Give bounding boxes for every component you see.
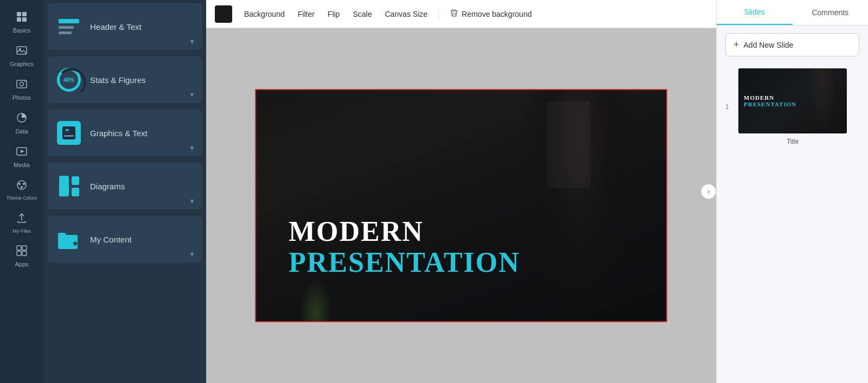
svg-marker-11 <box>21 150 24 153</box>
right-panel: Slides Comments + Add New Slide 1 MODERN… <box>716 0 868 383</box>
slide-thumb-label-1: Title <box>738 138 847 145</box>
sidebar-item-label-graphics: Graphics <box>10 61 34 67</box>
chevron-down-icon: ▼ <box>189 38 195 46</box>
slides-list: 1 MODERN PRESENTATION Title <box>717 64 868 383</box>
diagrams-icon <box>55 173 82 200</box>
plus-icon: + <box>733 39 739 50</box>
background-button[interactable]: Background <box>239 7 290 22</box>
tab-slides[interactable]: Slides <box>717 0 793 25</box>
sidebar-item-data[interactable]: Data <box>0 106 43 140</box>
tab-comments[interactable]: Comments <box>793 0 869 25</box>
panel-item-graphics-text[interactable]: Graphics & Text ▼ <box>48 110 202 156</box>
chevron-down-icon: ▼ <box>189 251 195 258</box>
svg-point-23 <box>66 130 67 131</box>
remove-background-label: Remove background <box>462 10 532 18</box>
chevron-down-icon: ▼ <box>189 144 195 152</box>
sidebar-item-label-data: Data <box>15 128 28 135</box>
svg-rect-4 <box>17 47 27 54</box>
flip-button[interactable]: Flip <box>322 7 346 22</box>
header-text-icon <box>55 13 82 40</box>
my-content-icon: ★ <box>55 226 82 253</box>
canvas-area: MODERN PRESENTATION <box>206 28 716 383</box>
svg-rect-19 <box>22 251 27 256</box>
panel-item-label-graphics-text: Graphics & Text <box>90 129 148 138</box>
slide-thumb-content: MODERN PRESENTATION <box>738 68 847 133</box>
remove-background-button[interactable]: Remove background <box>444 5 537 22</box>
panel-item-label-header-text: Header & Text <box>90 22 142 31</box>
chevron-down-icon: ▼ <box>189 197 195 205</box>
grid-icon <box>16 11 28 25</box>
svg-rect-17 <box>22 246 27 250</box>
slide-content: MODERN PRESENTATION <box>289 216 520 278</box>
svg-point-8 <box>24 81 25 82</box>
upload-icon <box>16 212 28 227</box>
panel-item-label-my-content: My Content <box>90 235 132 244</box>
sidebar-item-my-files[interactable]: My Files <box>0 207 43 239</box>
main-area: Background Filter Flip Scale Canvas Size… <box>206 0 716 383</box>
panel-item-label-stats: Stats & Figures <box>90 75 146 85</box>
scale-button[interactable]: Scale <box>347 7 377 22</box>
svg-rect-1 <box>22 12 27 16</box>
svg-point-7 <box>20 82 24 86</box>
svg-point-14 <box>23 183 25 185</box>
slide-title-line1: MODERN <box>289 216 520 247</box>
svg-rect-2 <box>17 17 21 22</box>
chevron-down-icon: ▼ <box>189 91 195 99</box>
panel-item-stats-figures[interactable]: 40% Stats & Figures ▼ <box>48 56 202 103</box>
thumb-title-line1: MODERN <box>744 94 841 101</box>
color-swatch[interactable] <box>215 5 232 23</box>
pie-icon <box>16 112 28 126</box>
panel-item-label-diagrams: Diagrams <box>90 182 125 191</box>
slide-canvas[interactable]: MODERN PRESENTATION <box>255 89 667 322</box>
svg-rect-18 <box>17 251 21 256</box>
svg-rect-0 <box>17 12 21 16</box>
sidebar-nav: Basics Graphics Photos <box>0 0 43 383</box>
slide-title-line2: PRESENTATION <box>289 247 520 278</box>
toolbar: Background Filter Flip Scale Canvas Size… <box>206 0 716 28</box>
sidebar-item-label-media: Media <box>14 162 30 168</box>
stats-figures-icon: 40% <box>55 66 82 93</box>
panel-item-my-content[interactable]: ★ My Content ▼ <box>48 216 202 263</box>
slide-thumbnail-1[interactable]: MODERN PRESENTATION <box>738 68 847 133</box>
sidebar-item-label-photos: Photos <box>12 94 31 101</box>
plant-decoration <box>299 278 332 321</box>
collapse-panel-arrow[interactable]: › <box>701 184 716 199</box>
photo-icon <box>16 78 28 93</box>
sidebar-item-theme-colors[interactable]: Theme Colors <box>0 174 43 207</box>
sidebar-item-media[interactable]: Media <box>0 140 43 174</box>
trash-icon <box>450 9 458 19</box>
canvas-size-button[interactable]: Canvas Size <box>379 7 433 22</box>
sidebar-item-photos[interactable]: Photos <box>0 73 43 106</box>
sidebar-item-basics[interactable]: Basics <box>0 5 43 39</box>
graphics-text-icon <box>55 119 82 146</box>
add-new-slide-button[interactable]: + Add New Slide <box>725 33 859 56</box>
sidebar-item-graphics[interactable]: Graphics <box>0 39 43 73</box>
svg-rect-16 <box>17 246 21 250</box>
sidebar-item-label-theme-colors: Theme Colors <box>7 195 37 201</box>
sidebar-item-label-my-files: My Files <box>12 228 31 234</box>
svg-rect-22 <box>64 135 74 137</box>
right-tabs: Slides Comments <box>717 0 868 25</box>
slide-number-1: 1 <box>725 103 733 111</box>
panel-item-header-text[interactable]: Header & Text ▼ <box>48 3 202 50</box>
apps-icon <box>16 245 28 259</box>
svg-rect-3 <box>22 17 27 22</box>
filter-button[interactable]: Filter <box>292 7 320 22</box>
add-slide-label: Add New Slide <box>744 41 794 49</box>
sidebar-item-label-basics: Basics <box>13 27 30 34</box>
play-icon <box>16 145 28 160</box>
svg-point-15 <box>21 186 23 188</box>
image-icon <box>16 44 28 59</box>
palette-icon <box>16 179 28 194</box>
panel-item-diagrams[interactable]: Diagrams ▼ <box>48 163 202 209</box>
slide-thumb-row-1: 1 MODERN PRESENTATION Title <box>725 68 859 145</box>
left-panel: Header & Text ▼ 40% Stats & Figures ▼ <box>43 0 206 383</box>
thumb-title-line2: PRESENTATION <box>744 101 841 107</box>
toolbar-separator <box>438 8 439 21</box>
svg-point-13 <box>18 183 21 185</box>
sidebar-item-label-apps: Apps <box>15 261 28 267</box>
sidebar-item-apps[interactable]: Apps <box>0 239 43 273</box>
stats-value: 40% <box>63 77 74 83</box>
